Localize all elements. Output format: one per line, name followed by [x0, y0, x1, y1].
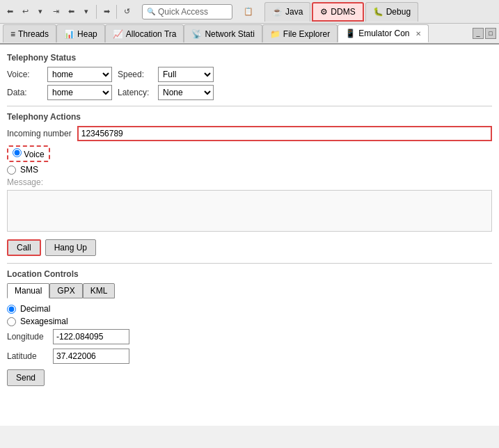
loc-tab-gpx[interactable]: GPX: [49, 283, 82, 298]
perspective-tabs: ☕ Java ⚙ DDMS 🐛 Debug: [264, 2, 418, 22]
sms-radio-label: SMS: [20, 165, 38, 175]
voice-radio-row: Voice: [7, 145, 492, 162]
incoming-label: Incoming number: [7, 129, 72, 138]
telephony-actions-title: Telephony Actions: [7, 112, 492, 122]
data-label: Data:: [7, 88, 42, 97]
file-icon: 📁: [270, 29, 280, 39]
tab-allocation[interactable]: 📈 Allocation Tra: [105, 24, 184, 42]
message-textarea[interactable]: [7, 190, 492, 232]
message-section: Message:: [7, 177, 492, 234]
emulator-icon: 📱: [345, 29, 356, 38]
incoming-number-row: Incoming number: [7, 126, 492, 141]
network-icon: 📡: [191, 29, 202, 39]
quick-access-label: Quick Access: [158, 7, 208, 17]
toolbar-btn-7[interactable]: ➡: [100, 5, 113, 19]
voice-radio-highlight: Voice: [7, 145, 50, 162]
telephony-status-title: Telephony Status: [7, 53, 492, 63]
longitude-label: Longitude: [7, 332, 49, 342]
tab-threads[interactable]: ≡ Threads: [3, 24, 56, 42]
data-row: Data: home roaming unregistered searchin…: [7, 85, 492, 100]
toolbar-btn-3[interactable]: ▾: [33, 5, 47, 19]
tab-emulator-label: Emulator Con: [358, 29, 409, 38]
tab-threads-label: Threads: [18, 29, 49, 39]
tab-file-label: File Explorer: [283, 29, 330, 39]
voice-select[interactable]: home roaming unregistered searching: [47, 67, 112, 82]
speed-select[interactable]: Full GSM HSCSD GPRS: [158, 67, 214, 82]
location-tabs: Manual GPX KML: [7, 283, 492, 298]
latitude-input[interactable]: [53, 349, 129, 364]
sexagesimal-radio-row: Sexagesimal: [7, 317, 492, 326]
toolbar-btn-5[interactable]: ⬅: [64, 5, 78, 19]
toolbar-btn-2[interactable]: ↩: [18, 5, 32, 19]
toolbar-btn-1[interactable]: ⬅: [3, 5, 17, 19]
tab-network-label: Network Stati: [205, 29, 254, 39]
tab-allocation-label: Allocation Tra: [126, 29, 177, 39]
tab-heap[interactable]: 📊 Heap: [56, 24, 105, 42]
voice-label: Voice:: [7, 70, 42, 79]
top-toolbar: ⬅ ↩ ▾ ⇥ ⬅ ▾ ➡ ↺ 🔍 Quick Access 📋 ☕ Java …: [0, 0, 499, 24]
toolbar-sep-1: [96, 5, 97, 19]
allocation-icon: 📈: [113, 29, 123, 39]
tab-ddms-label: DDMS: [331, 7, 355, 17]
main-content: Telephony Status Voice: home roaming unr…: [0, 45, 499, 426]
sexagesimal-radio[interactable]: [7, 317, 16, 326]
sexagesimal-label: Sexagesimal: [20, 317, 68, 326]
action-buttons: Call Hang Up: [7, 239, 492, 256]
hangup-button[interactable]: Hang Up: [45, 239, 96, 256]
send-action: Send: [7, 369, 492, 386]
tab-emulator[interactable]: 📱 Emulator Con ✕: [338, 24, 428, 42]
message-label: Message:: [7, 177, 492, 187]
toolbar-right-icons: 📋: [241, 5, 256, 19]
decimal-radio[interactable]: [7, 305, 16, 314]
sms-radio-row: SMS: [7, 165, 492, 175]
decimal-radio-row: Decimal: [7, 304, 492, 314]
tab-network[interactable]: 📡 Network Stati: [184, 24, 262, 42]
loc-tab-manual[interactable]: Manual: [7, 283, 49, 298]
java-icon: ☕: [272, 7, 283, 17]
tab-ddms[interactable]: ⚙ DDMS: [312, 2, 363, 22]
open-perspective-btn[interactable]: 📋: [241, 5, 256, 19]
toolbar-sep-2: [116, 5, 117, 19]
threads-icon: ≡: [10, 29, 15, 39]
divider-2: [7, 263, 492, 264]
tab-emulator-close[interactable]: ✕: [415, 30, 421, 38]
divider-1: [7, 106, 492, 106]
toolbar-btn-6[interactable]: ▾: [79, 5, 93, 19]
longitude-input[interactable]: [53, 329, 129, 344]
window-controls: _ □: [473, 28, 499, 39]
send-button[interactable]: Send: [7, 369, 45, 386]
data-select[interactable]: home roaming unregistered searching: [47, 85, 112, 100]
tab-debug[interactable]: 🐛 Debug: [365, 2, 418, 22]
tab-debug-label: Debug: [386, 7, 411, 17]
decimal-label: Decimal: [20, 304, 50, 314]
toolbar-btn-4[interactable]: ⇥: [49, 5, 63, 19]
call-button[interactable]: Call: [7, 239, 41, 256]
voice-radio[interactable]: [13, 148, 22, 157]
voice-row: Voice: home roaming unregistered searchi…: [7, 67, 492, 82]
heap-icon: 📊: [64, 29, 74, 39]
tab-java-label: Java: [285, 7, 303, 17]
speed-label: Speed:: [118, 70, 152, 79]
location-controls-title: Location Controls: [7, 269, 492, 279]
loc-tab-kml[interactable]: KML: [83, 283, 116, 298]
latency-select[interactable]: None GPRS EDGE UMTS: [158, 85, 214, 100]
ddms-icon: ⚙: [320, 7, 328, 17]
second-tab-bar: ≡ Threads 📊 Heap 📈 Allocation Tra 📡 Netw…: [0, 24, 499, 45]
tab-java[interactable]: ☕ Java: [264, 2, 310, 22]
latitude-row: Latitude: [7, 349, 492, 364]
tab-heap-label: Heap: [77, 29, 97, 39]
toolbar-nav-icons: ⬅ ↩ ▾ ⇥ ⬅ ▾ ➡ ↺: [3, 5, 134, 19]
sms-radio[interactable]: [7, 166, 16, 175]
incoming-number-input[interactable]: [77, 126, 492, 141]
voice-radio-label: Voice: [24, 150, 44, 159]
toolbar-btn-8[interactable]: ↺: [120, 5, 134, 19]
latency-label: Latency:: [118, 88, 152, 97]
latitude-label: Latitude: [7, 351, 49, 361]
longitude-row: Longitude: [7, 329, 492, 344]
minimize-btn[interactable]: _: [473, 28, 484, 39]
quick-access-box[interactable]: 🔍 Quick Access: [142, 4, 232, 19]
tab-file[interactable]: 📁 File Explorer: [262, 24, 338, 42]
maximize-btn[interactable]: □: [485, 28, 496, 39]
search-icon: 🔍: [147, 8, 155, 15]
debug-icon: 🐛: [373, 7, 383, 17]
